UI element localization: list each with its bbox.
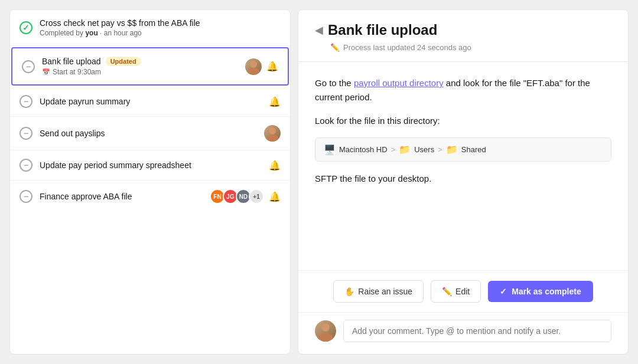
detail-title: Bank file upload [328,22,437,38]
back-title-row: ◀ Bank file upload [315,22,611,38]
edit-pencil-icon: ✏️ [442,287,452,296]
comment-user-avatar [315,320,336,342]
task-item-5[interactable]: − Update pay period summary spreadsheet … [10,150,290,181]
task-actions-5: 🔔 [269,160,281,171]
raise-issue-button[interactable]: ✋ Raise an issue [333,280,424,303]
bell-icon-2[interactable]: 🔔 [266,61,278,72]
task-item-3[interactable]: − Update payrun summary 🔔 [10,87,290,117]
avatar-task-2 [245,58,262,75]
raise-icon: ✋ [344,287,354,296]
mark-complete-button[interactable]: ✓ Mark as complete [488,281,593,302]
task-list-panel: ✓ Cross check net pay vs $$ from the ABA… [9,9,291,355]
task-actions-3: 🔔 [269,96,281,107]
app-container: ✓ Cross check net pay vs $$ from the ABA… [0,0,638,364]
dash-icon: − [26,63,31,71]
task-item-4[interactable]: − Send out payslips [10,117,290,150]
detail-header: ◀ Bank file upload ✏️ Process last updat… [298,10,628,62]
task-title-5: Update pay period summary spreadsheet [40,160,264,170]
folder-icon-1: 📁 [399,144,411,155]
task-check-2: − [22,60,35,73]
task-check-4: − [19,127,32,140]
updated-badge: Updated [106,57,141,66]
dash-icon-4: − [24,129,28,137]
content-paragraph-1: Go to the payroll output directory and l… [315,76,611,104]
task-title-row-2: Bank file upload Updated [42,57,240,66]
task-check-completed: ✓ [19,21,32,34]
task-info-4: Send out payslips [40,129,259,138]
task-title-4: Send out payslips [40,129,259,138]
drive-icon: 🖥️ [324,144,336,155]
comment-input[interactable] [343,320,611,342]
complete-check-icon: ✓ [500,287,507,296]
sftp-text: SFTP the file to your desktop. [315,173,611,183]
dash-icon-3: − [24,97,28,106]
task-check-3: − [19,95,32,108]
task-actions-4 [264,125,281,142]
comment-section [298,312,628,354]
directory-path: 🖥️ Macintosh HD > 📁 Users > 📁 Shared [315,137,611,162]
task-info-2: Bank file upload Updated 📅 Start at 9:30… [42,57,240,76]
task-subtitle-1: Completed by you · an hour ago [40,29,281,37]
task-info-1: Cross check net pay vs $$ from the ABA f… [40,18,281,37]
task-info-3: Update payrun summary [40,97,264,106]
back-arrow-icon[interactable]: ◀ [315,24,323,37]
task-title-2: Bank file upload [42,57,101,66]
drive-label: Macintosh HD [339,145,388,154]
task-title-6: Finance approve ABA file [40,192,205,201]
task-item-2[interactable]: − Bank file upload Updated 📅 Start at 9:… [11,47,289,86]
bell-icon-3[interactable]: 🔔 [269,96,281,107]
folder-label-2: Shared [461,145,486,154]
task-subtitle-2: 📅 Start at 9:30am [42,68,240,76]
task-item-1[interactable]: ✓ Cross check net pay vs $$ from the ABA… [10,10,290,46]
folder-label-1: Users [414,145,434,154]
task-title-3: Update payrun summary [40,97,264,106]
task-title-1: Cross check net pay vs $$ from the ABA f… [40,18,281,28]
calendar-icon: 📅 [42,68,50,76]
action-buttons-row: ✋ Raise an issue ✏️ Edit ✓ Mark as compl… [298,270,628,312]
bell-icon-5[interactable]: 🔔 [269,160,281,171]
dir-sep-1: > [391,145,396,154]
detail-content: Go to the payroll output directory and l… [298,62,628,270]
avatar-group-6: FN JG ND +1 [210,189,264,204]
edit-button[interactable]: ✏️ Edit [431,280,481,303]
task-detail-panel: ◀ Bank file upload ✏️ Process last updat… [298,9,629,355]
task-item-6[interactable]: − Finance approve ABA file FN JG ND +1 🔔 [10,181,290,212]
folder-icon-2: 📁 [446,144,458,155]
process-updated-row: ✏️ Process last updated 24 seconds ago [330,43,611,52]
task-info-6: Finance approve ABA file [40,192,205,201]
dir-sep-2: > [438,145,442,154]
task-actions-6: FN JG ND +1 🔔 [210,189,281,204]
dash-icon-5: − [24,161,28,169]
task-actions-2: 🔔 [245,58,278,75]
process-updated-text: Process last updated 24 seconds ago [343,43,471,52]
bell-icon-6[interactable]: 🔔 [269,191,281,202]
task-check-6: − [19,190,32,203]
payroll-directory-link[interactable]: payroll output directory [354,78,444,88]
edit-small-icon: ✏️ [330,43,340,52]
checkmark-icon: ✓ [22,23,30,32]
dash-icon-6: − [24,192,28,201]
task-check-5: − [19,159,32,172]
avatar-plus-count: +1 [249,189,264,204]
content-paragraph-2: Look for the file in this directory: [315,114,611,128]
avatar-task-4 [264,125,281,142]
task-info-5: Update pay period summary spreadsheet [40,160,264,170]
